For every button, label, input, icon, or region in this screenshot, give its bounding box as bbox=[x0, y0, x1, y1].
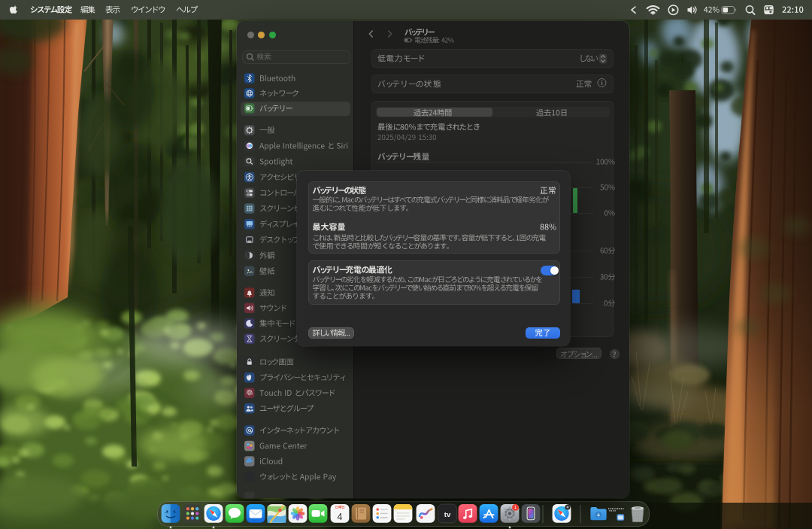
svg-text:1: 1 bbox=[514, 505, 517, 509]
svg-text:tv: tv bbox=[444, 510, 451, 518]
svg-text:4: 4 bbox=[338, 512, 343, 522]
